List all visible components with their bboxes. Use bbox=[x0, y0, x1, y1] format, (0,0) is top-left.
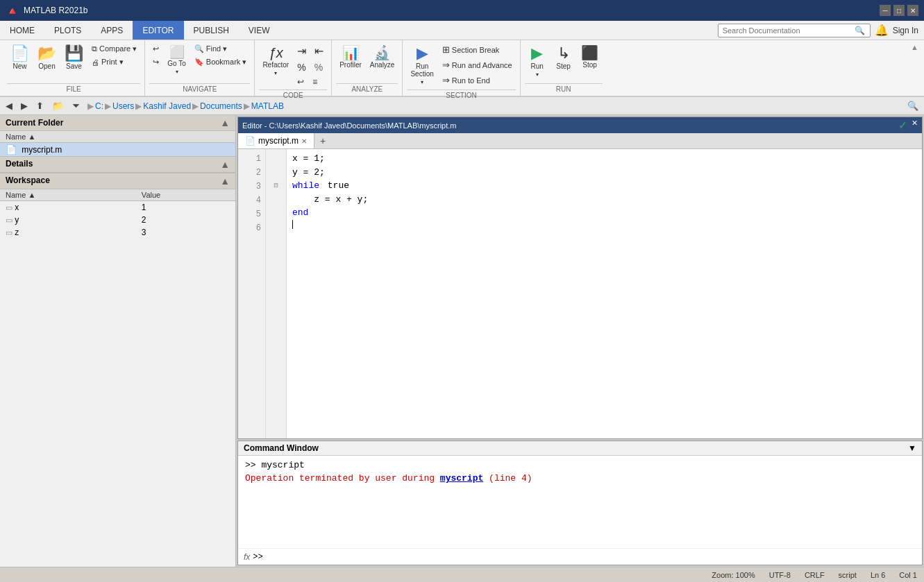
minimize-button[interactable]: ─ bbox=[880, 5, 891, 16]
search-icon: 🔍 bbox=[855, 26, 865, 35]
nav-forward-button[interactable]: ▶ bbox=[18, 99, 31, 112]
addr-sep1: ▶ bbox=[87, 101, 94, 111]
bookmark-label: Bookmark ▾ bbox=[206, 58, 247, 67]
sign-in-button[interactable]: Sign In bbox=[893, 26, 918, 35]
cmd-error-link[interactable]: myscript bbox=[440, 473, 483, 483]
addr-search-button[interactable]: 🔍 bbox=[905, 99, 921, 112]
close-button[interactable]: ✕ bbox=[907, 5, 918, 16]
redo-button[interactable]: ↪ bbox=[149, 56, 162, 68]
encoding: UTF-8 bbox=[769, 571, 791, 579]
file-name-cell: 📄 myscript.m bbox=[0, 143, 235, 157]
browse-history-button[interactable]: ⏷ bbox=[69, 99, 83, 112]
step-button[interactable]: ↳ Step bbox=[551, 43, 576, 78]
menu-home[interactable]: HOME bbox=[0, 21, 44, 40]
goto-arrow: ▾ bbox=[176, 69, 178, 75]
bookmark-button[interactable]: 🔖 Bookmark ▾ bbox=[191, 56, 251, 68]
list-item[interactable]: 📄 myscript.m bbox=[0, 143, 235, 157]
analyze-button[interactable]: 🔬 Analyze bbox=[367, 43, 398, 78]
run-icon: ▶ bbox=[531, 46, 543, 61]
search-box[interactable]: 🔍 bbox=[718, 24, 871, 37]
find-button[interactable]: 🔍 Find ▾ bbox=[191, 43, 251, 55]
cmd-input[interactable] bbox=[267, 551, 916, 562]
fold-gutter: ⊟ bbox=[266, 149, 287, 438]
line-num-4: 4 bbox=[238, 194, 265, 207]
current-folder-collapse[interactable]: ▲ bbox=[220, 117, 230, 128]
menu-editor[interactable]: EDITOR bbox=[133, 21, 183, 40]
addr-matlab[interactable]: MATLAB bbox=[251, 101, 284, 111]
tab-close-button[interactable]: ✕ bbox=[301, 137, 307, 145]
ws-col-value: Value bbox=[136, 189, 235, 201]
step-label: Step bbox=[556, 62, 571, 70]
nav-back-button[interactable]: ◀ bbox=[3, 99, 15, 112]
addr-kashif[interactable]: Kashif Javed bbox=[143, 101, 191, 111]
workspace-panel: Workspace ▲ Name ▲ Value ▭ x bbox=[0, 173, 235, 567]
nav-up-button[interactable]: ⬆ bbox=[33, 99, 47, 112]
menu-view[interactable]: VIEW bbox=[239, 21, 280, 40]
editor-tabs: 📄 myscript.m ✕ + bbox=[238, 133, 922, 149]
addr-users[interactable]: Users bbox=[112, 101, 134, 111]
run-button[interactable]: ▶ Run ▾ bbox=[525, 43, 550, 80]
undo-button[interactable]: ↩ bbox=[149, 43, 162, 55]
new-tab-button[interactable]: + bbox=[314, 133, 331, 148]
list-item[interactable]: ▭ y 2 bbox=[0, 214, 235, 226]
title-bar: 🔺 MATLAB R2021b ─ □ ✕ bbox=[0, 0, 924, 21]
comment-button[interactable]: % bbox=[294, 60, 309, 74]
file-group-label: FILE bbox=[7, 83, 140, 93]
addr-c[interactable]: C: bbox=[95, 101, 103, 111]
open-button[interactable]: 📂 Open bbox=[34, 43, 60, 73]
menu-apps[interactable]: APPS bbox=[91, 21, 133, 40]
list-item[interactable]: ▭ z 3 bbox=[0, 226, 235, 239]
new-button[interactable]: 📄 New bbox=[7, 43, 33, 73]
section-break-label: Section Break bbox=[452, 46, 499, 54]
command-body[interactable]: >> myscript Operation terminated by user… bbox=[238, 456, 922, 548]
browse-folder-button[interactable]: 📁 bbox=[49, 99, 66, 112]
ribbon-collapse-button[interactable]: ▲ bbox=[911, 43, 918, 51]
editor-body[interactable]: 1 2 3 4 5 6 ⊟ bbox=[238, 149, 922, 438]
ws-var-value: 3 bbox=[136, 226, 235, 239]
maximize-button[interactable]: □ bbox=[893, 5, 905, 16]
menu-plots[interactable]: PLOTS bbox=[44, 21, 91, 40]
goto-button[interactable]: ⬜ Go To ▾ bbox=[164, 43, 190, 78]
menu-publish[interactable]: PUBLISH bbox=[184, 21, 239, 40]
list-item[interactable]: ▭ x 1 bbox=[0, 201, 235, 214]
editor-close-button[interactable]: ✕ bbox=[912, 119, 918, 132]
workspace-collapse[interactable]: ▲ bbox=[220, 176, 230, 187]
details-collapse[interactable]: ▲ bbox=[220, 159, 230, 170]
tab-icon: 📄 bbox=[245, 136, 255, 146]
compare-button[interactable]: ⧉ Compare ▾ bbox=[88, 43, 140, 55]
indent-inc-button[interactable]: ⇥ bbox=[294, 43, 310, 59]
wrap-button[interactable]: ↩ bbox=[294, 76, 308, 88]
refactor-button[interactable]: ƒx Refactor ▾ bbox=[259, 43, 292, 79]
command-window-collapse[interactable]: ▼ bbox=[908, 443, 916, 453]
new-icon: 📄 bbox=[10, 46, 29, 61]
fold-3[interactable]: ⊟ bbox=[266, 179, 286, 193]
stop-label: Stop bbox=[582, 61, 597, 69]
smart-indent-button[interactable]: ≡ bbox=[309, 76, 321, 88]
current-folder-header: Current Folder ▲ bbox=[0, 115, 235, 131]
save-button[interactable]: 💾 Save bbox=[61, 43, 87, 73]
run-advance-button[interactable]: ⇒ Run and Advance bbox=[439, 58, 516, 71]
run-advance-label: Run and Advance bbox=[452, 61, 512, 69]
uncomment-button[interactable]: % bbox=[311, 60, 326, 74]
fold-icon[interactable]: ⊟ bbox=[274, 180, 278, 191]
address-bar: ◀ ▶ ⬆ 📁 ⏷ ▶ C: ▶ Users ▶ Kashif Javed ▶ … bbox=[0, 97, 924, 115]
editor-status: ✓ bbox=[898, 119, 907, 132]
code-area[interactable]: x = 1; y = 2; while true z = x + y; end bbox=[287, 149, 922, 438]
indent-dec-button[interactable]: ⇤ bbox=[311, 43, 327, 59]
run-section-button[interactable]: ▶ RunSection ▾ bbox=[407, 43, 437, 88]
section-break-button[interactable]: ⊞ Section Break bbox=[439, 43, 516, 56]
addr-documents[interactable]: Documents bbox=[200, 101, 242, 111]
name-sort-icon[interactable]: Name ▲ bbox=[6, 132, 35, 141]
notification-icon[interactable]: 🔔 bbox=[875, 24, 889, 37]
search-input[interactable] bbox=[723, 26, 855, 35]
stop-button[interactable]: ⬛ Stop bbox=[578, 43, 603, 78]
file-icon: 📄 bbox=[6, 144, 17, 155]
folder-col-name: Name ▲ bbox=[0, 131, 235, 143]
profiler-button[interactable]: 📊 Profiler bbox=[336, 43, 365, 78]
run-to-end-button[interactable]: ⇒ Run to End bbox=[439, 74, 516, 87]
status-right: Zoom: 100% UTF-8 CRLF script Ln 6 Col 1 bbox=[712, 571, 917, 579]
refactor-arrow: ▾ bbox=[274, 70, 277, 76]
tab-myscript[interactable]: 📄 myscript.m ✕ bbox=[238, 133, 314, 148]
print-button[interactable]: 🖨 Print ▾ bbox=[88, 56, 140, 68]
section-break-icon: ⊞ bbox=[442, 44, 450, 55]
